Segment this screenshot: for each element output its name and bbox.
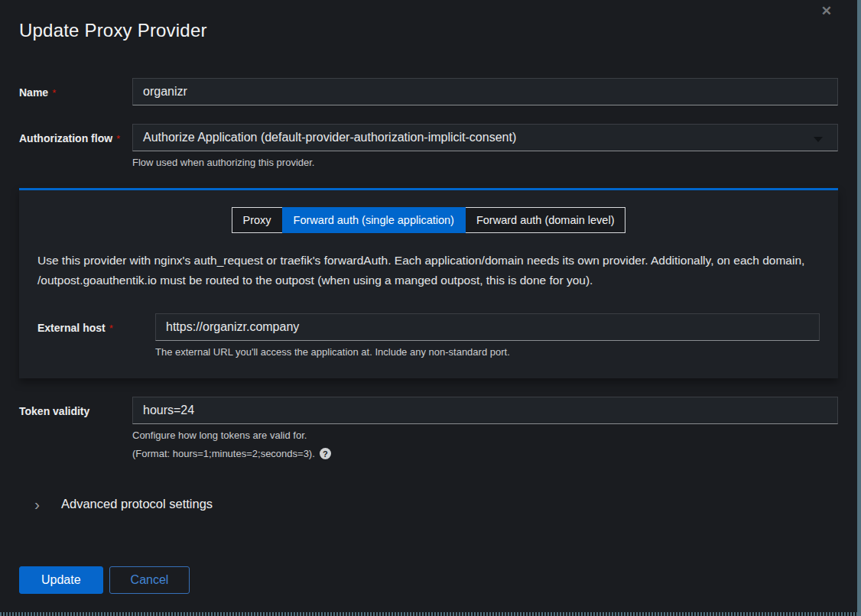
forward-auth-description: Use this provider with nginx's auth_requ…: [37, 251, 820, 290]
close-icon[interactable]: ✕: [821, 5, 832, 18]
question-circle-icon[interactable]: ?: [320, 448, 331, 459]
required-marker: *: [116, 133, 120, 144]
token-validity-field[interactable]: [132, 397, 838, 424]
chevron-down-icon: [814, 137, 823, 142]
modal-header: Update Proxy Provider ✕: [19, 0, 838, 41]
authorization-flow-help: Flow used when authorizing this provider…: [132, 157, 838, 168]
proxy-mode-toggle-group: Proxy Forward auth (single application) …: [37, 207, 820, 233]
window-bottom-border: [0, 612, 857, 616]
name-label: Name: [19, 86, 48, 99]
token-validity-format-help: (Format: hours=1;minutes=2;seconds=3).: [132, 448, 315, 459]
tab-forward-auth-domain-level[interactable]: Forward auth (domain level): [465, 207, 626, 233]
required-marker: *: [109, 323, 113, 334]
update-button[interactable]: Update: [19, 566, 103, 594]
update-proxy-provider-modal: Update Proxy Provider ✕ Name* Authorizat…: [0, 0, 861, 616]
authorization-flow-label: Authorization flow: [19, 132, 112, 144]
token-validity-row: Token validity Configure how long tokens…: [19, 397, 838, 459]
external-host-help: The external URL you'll access the appli…: [155, 346, 820, 358]
name-field[interactable]: [132, 78, 838, 105]
authorization-flow-row: Authorization flow* Authorize Applicatio…: [19, 124, 838, 168]
tab-forward-auth-single-application[interactable]: Forward auth (single application): [282, 207, 466, 233]
page-title: Update Proxy Provider: [19, 20, 838, 41]
external-host-label: External host: [37, 322, 106, 334]
authorization-flow-select[interactable]: Authorize Application (default-provider-…: [132, 124, 838, 151]
provider-form: Name* Authorization flow* Authorize Appl…: [19, 78, 838, 594]
proxy-mode-card: Proxy Forward auth (single application) …: [19, 188, 838, 378]
required-marker: *: [52, 87, 56, 99]
token-validity-label: Token validity: [19, 405, 89, 417]
modal-actions: Update Cancel: [19, 566, 838, 594]
tab-proxy[interactable]: Proxy: [232, 207, 283, 233]
token-validity-help: Configure how long tokens are valid for.: [132, 430, 838, 441]
chevron-right-icon: ›: [34, 498, 40, 511]
advanced-protocol-settings-toggle[interactable]: › Advanced protocol settings: [34, 497, 838, 511]
authorization-flow-selected-value: Authorize Application (default-provider-…: [143, 131, 516, 144]
cancel-button[interactable]: Cancel: [109, 566, 190, 594]
external-host-field[interactable]: [155, 313, 820, 341]
external-host-row: External host* The external URL you'll a…: [37, 313, 820, 358]
advanced-protocol-settings-label: Advanced protocol settings: [61, 497, 213, 511]
name-row: Name*: [19, 78, 838, 105]
